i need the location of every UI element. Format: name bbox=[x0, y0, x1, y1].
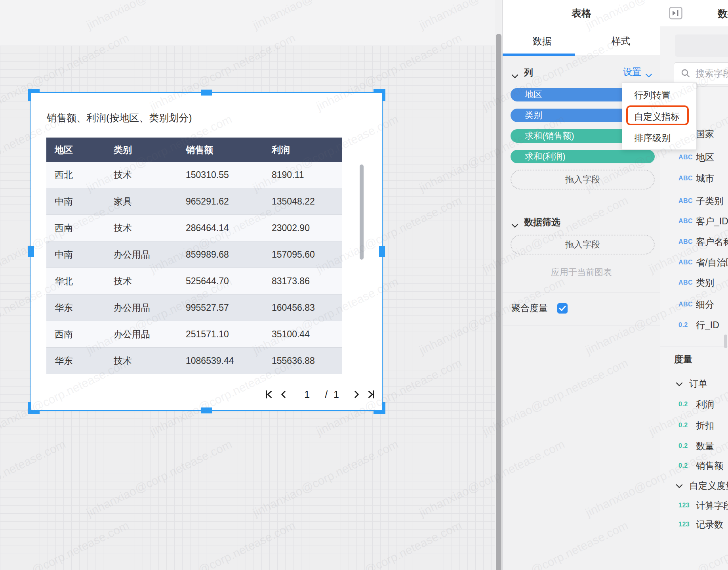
chevron-down-icon bbox=[511, 220, 518, 225]
aggregate-measures-row: 聚合度量 bbox=[511, 302, 568, 314]
table-row: 中南 办公用品 859989.68 157095.60 bbox=[46, 241, 342, 268]
menu-item-sort-level[interactable]: 排序级别 bbox=[622, 127, 696, 149]
field-type-number-icon: 0.2 bbox=[678, 442, 696, 449]
chevron-down-icon bbox=[511, 71, 518, 75]
field-item-segment[interactable]: ABC 细分 bbox=[660, 298, 728, 311]
chevron-down-icon bbox=[676, 483, 683, 488]
settings-dropdown-menu: 行列转置 自定义指标 排序级别 bbox=[622, 82, 697, 150]
column-header: 销售额 bbox=[186, 143, 213, 156]
dataset-selector[interactable]: 订单 bbox=[675, 34, 728, 57]
field-item-customer-id[interactable]: ABC 客户_ID bbox=[660, 214, 728, 228]
table-chart-card[interactable]: 销售额、利润(按地区、类别划分) 地区 类别 销售额 利润 西北 技术 1503… bbox=[31, 92, 382, 411]
search-icon bbox=[680, 68, 691, 78]
field-item-row-id[interactable]: 0.2 行_ID bbox=[660, 318, 728, 332]
field-item-profit[interactable]: 0.2 利润 bbox=[660, 398, 728, 411]
field-search-input[interactable]: 搜索字段 bbox=[674, 62, 728, 84]
field-item-quantity[interactable]: 0.2 数量 bbox=[660, 439, 728, 453]
field-item-sales[interactable]: 0.2 销售额 bbox=[660, 459, 728, 472]
field-type-text-icon: ABC bbox=[678, 259, 696, 266]
main-scrollbar-thumb[interactable] bbox=[496, 34, 501, 570]
filter-drop-zone[interactable]: 拖入字段 bbox=[511, 235, 655, 254]
column-header: 类别 bbox=[114, 143, 132, 156]
field-item-subcategory[interactable]: ABC 子类别 bbox=[660, 194, 728, 208]
columns-section-header[interactable]: 列 bbox=[511, 67, 533, 79]
field-item-city[interactable]: ABC 城市 bbox=[660, 172, 728, 185]
chevron-down-icon bbox=[676, 381, 683, 386]
field-item-region[interactable]: ABC 地区 bbox=[660, 151, 728, 164]
field-type-text-icon: ABC bbox=[678, 238, 696, 245]
measure-group-orders[interactable]: 订单 bbox=[660, 377, 728, 390]
table-row: 华东 技术 1086539.44 155636.88 bbox=[46, 348, 342, 374]
data-table: 地区 类别 销售额 利润 西北 技术 150310.55 8190.11 中南 … bbox=[46, 138, 342, 374]
panel-title: 表格 bbox=[503, 0, 660, 27]
pagination: 1 / 1 bbox=[264, 386, 376, 402]
divider bbox=[503, 325, 660, 325]
field-item-calculated-field[interactable]: 123 计算字段 bbox=[660, 499, 728, 512]
first-page-icon bbox=[264, 390, 273, 399]
columns-drop-zone[interactable]: 拖入字段 bbox=[511, 170, 655, 189]
table-row: 西北 技术 150310.55 8190.11 bbox=[46, 162, 342, 188]
prev-page-button[interactable] bbox=[279, 390, 288, 399]
panel-tabs: 数据 样式 bbox=[503, 27, 660, 56]
table-header-row: 地区 类别 销售额 利润 bbox=[46, 138, 342, 162]
menu-item-custom-metric[interactable]: 自定义指标 bbox=[622, 106, 696, 127]
table-row: 中南 家具 965291.62 135048.22 bbox=[46, 188, 342, 215]
aggregate-checkbox[interactable] bbox=[557, 303, 568, 314]
column-pill-sum-profit[interactable]: 求和(利润) bbox=[511, 150, 655, 163]
tab-data[interactable]: 数据 bbox=[503, 27, 581, 55]
table-row: 华北 技术 525644.70 83173.86 bbox=[46, 268, 342, 295]
chart-title: 销售额、利润(按地区、类别划分) bbox=[47, 111, 192, 124]
divider bbox=[660, 346, 728, 346]
table-row: 西南 办公用品 251571.10 35100.44 bbox=[46, 321, 342, 348]
field-type-number-icon: 0.2 bbox=[678, 422, 696, 429]
chevron-left-icon bbox=[279, 390, 288, 399]
field-item-discount[interactable]: 0.2 折扣 bbox=[660, 419, 728, 432]
field-item-category[interactable]: ABC 类别 bbox=[660, 276, 728, 289]
last-page-button[interactable] bbox=[367, 390, 376, 399]
filter-section-header[interactable]: 数据筛选 bbox=[511, 216, 560, 228]
filter-apply-hint: 应用于当前图表 bbox=[503, 266, 660, 278]
field-type-number-icon: 0.2 bbox=[678, 321, 696, 329]
field-type-text-icon: ABC bbox=[678, 154, 696, 161]
field-item-customer-name[interactable]: ABC 客户名称 bbox=[660, 235, 728, 249]
field-type-number-icon: 0.2 bbox=[678, 462, 696, 469]
chevron-down-icon bbox=[645, 70, 652, 75]
fields-scrollbar-thumb[interactable] bbox=[724, 335, 727, 348]
divider bbox=[503, 293, 660, 293]
column-header: 地区 bbox=[55, 143, 73, 156]
settings-dropdown-button[interactable]: 设置 bbox=[623, 66, 652, 78]
field-type-count-icon: 123 bbox=[678, 502, 696, 509]
field-item-record-count[interactable]: 123 记录数 bbox=[660, 518, 728, 531]
search-placeholder: 搜索字段 bbox=[696, 67, 728, 80]
fields-panel-title: 数据 bbox=[718, 7, 728, 20]
next-page-button[interactable] bbox=[352, 390, 361, 399]
tab-style[interactable]: 样式 bbox=[581, 27, 660, 55]
field-type-text-icon: ABC bbox=[678, 218, 696, 225]
field-type-text-icon: ABC bbox=[678, 197, 696, 205]
field-type-count-icon: 123 bbox=[678, 521, 696, 528]
field-type-text-icon: ABC bbox=[678, 279, 696, 286]
collapse-panel-icon[interactable] bbox=[669, 7, 682, 19]
field-type-number-icon: 0.2 bbox=[678, 401, 696, 408]
table-row: 华东 办公用品 995527.57 160456.83 bbox=[46, 295, 342, 321]
column-header: 利润 bbox=[272, 143, 290, 156]
menu-item-transpose[interactable]: 行列转置 bbox=[622, 84, 696, 106]
check-icon bbox=[559, 306, 566, 311]
first-page-button[interactable] bbox=[264, 390, 273, 399]
table-scrollbar-thumb[interactable] bbox=[360, 164, 364, 260]
field-item-province[interactable]: ABC 省/自治区 bbox=[660, 256, 728, 269]
measure-group-custom[interactable]: 自定义度量 bbox=[660, 479, 728, 492]
field-type-text-icon: ABC bbox=[678, 301, 696, 308]
total-pages: / 1 bbox=[325, 389, 341, 400]
field-type-text-icon: ABC bbox=[678, 175, 696, 182]
last-page-icon bbox=[367, 390, 376, 399]
measures-section-label: 度量 bbox=[674, 353, 692, 365]
active-tab-indicator bbox=[503, 54, 575, 56]
current-page: 1 bbox=[304, 389, 310, 400]
table-row: 西南 技术 286464.14 23002.90 bbox=[46, 215, 342, 241]
chevron-right-icon bbox=[352, 390, 361, 399]
